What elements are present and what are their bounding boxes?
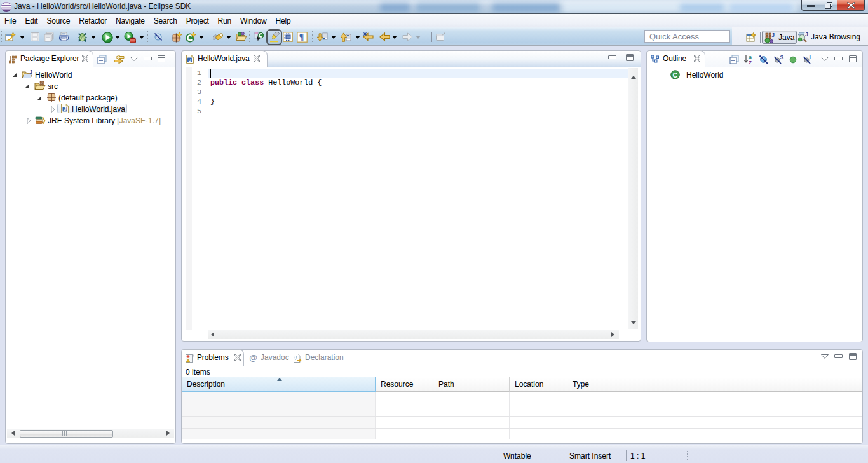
svg-text:z: z [749, 59, 752, 65]
svg-text:C: C [673, 71, 678, 79]
svg-text:S: S [780, 54, 784, 60]
svg-text:J: J [189, 57, 191, 63]
svg-text:J: J [64, 106, 66, 112]
svg-text:L: L [810, 54, 813, 60]
svg-text:J: J [29, 69, 32, 75]
svg-text:J: J [771, 32, 775, 38]
svg-text:J: J [805, 31, 808, 38]
svg-text:¶: ¶ [299, 32, 304, 42]
